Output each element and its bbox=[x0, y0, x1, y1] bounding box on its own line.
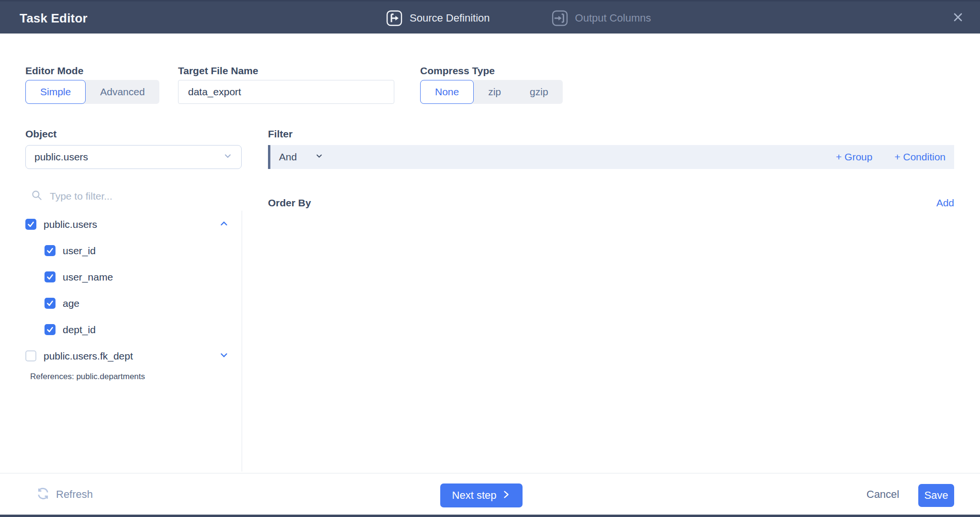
add-group-button[interactable]: + Group bbox=[836, 151, 872, 163]
target-file-name-label: Target File Name bbox=[178, 65, 258, 77]
compress-type-toggle: None zip gzip bbox=[420, 80, 563, 104]
target-file-name-value: data_export bbox=[188, 86, 241, 98]
panel-divider bbox=[242, 211, 242, 472]
tree-item-label: user_id bbox=[63, 245, 96, 257]
tab-output-columns[interactable]: Output Columns bbox=[551, 10, 651, 27]
reference-note: References: public.departments bbox=[25, 369, 236, 382]
tree-row[interactable]: user_name bbox=[25, 264, 236, 290]
header-tabs: Source Definition Output Columns bbox=[386, 1, 651, 35]
editor-mode-simple[interactable]: Simple bbox=[25, 80, 86, 104]
footer-bar: Refresh Next step Cancel Save bbox=[0, 473, 980, 515]
filter-bar: And + Group + Condition bbox=[268, 145, 954, 169]
chevron-down-icon bbox=[223, 151, 233, 163]
chevron-up-icon[interactable] bbox=[219, 218, 229, 231]
refresh-icon bbox=[36, 486, 50, 503]
tree-item-label: user_name bbox=[63, 271, 113, 283]
tree-row[interactable]: dept_id bbox=[25, 316, 236, 343]
refresh-button[interactable]: Refresh bbox=[36, 473, 93, 515]
chevron-down-icon[interactable] bbox=[219, 350, 229, 362]
compress-type-gzip[interactable]: gzip bbox=[515, 80, 563, 104]
tree-filter-input[interactable]: Type to filter... bbox=[31, 189, 112, 203]
add-condition-button[interactable]: + Condition bbox=[894, 151, 946, 163]
tree-item-label: public.users bbox=[44, 219, 97, 230]
tree-row[interactable]: user_id bbox=[25, 237, 236, 264]
refresh-label: Refresh bbox=[56, 488, 93, 501]
output-columns-icon bbox=[551, 10, 568, 27]
compress-type-label: Compress Type bbox=[420, 65, 495, 77]
close-icon bbox=[952, 11, 964, 25]
checkbox-checked-icon[interactable] bbox=[45, 271, 56, 282]
object-select-value: public.users bbox=[34, 151, 88, 163]
object-tree: public.usersuser_iduser_nameagedept_idpu… bbox=[25, 211, 236, 382]
order-by-label: Order By bbox=[268, 197, 311, 209]
window-bottom-edge bbox=[0, 515, 980, 517]
next-step-button[interactable]: Next step bbox=[440, 483, 523, 507]
object-label: Object bbox=[25, 128, 56, 140]
tree-filter-placeholder: Type to filter... bbox=[50, 191, 112, 202]
checkbox-checked-icon[interactable] bbox=[25, 219, 36, 230]
header-bar: Task Editor Source Definition bbox=[0, 0, 980, 34]
checkbox-checked-icon[interactable] bbox=[45, 324, 56, 335]
order-by-add-button[interactable]: Add bbox=[927, 197, 954, 209]
chevron-right-icon bbox=[502, 489, 511, 502]
compress-type-none[interactable]: None bbox=[420, 80, 474, 104]
filter-label: Filter bbox=[268, 128, 292, 140]
page-title: Task Editor bbox=[20, 1, 88, 35]
filter-operator-select[interactable]: And bbox=[279, 151, 323, 163]
filter-operator-value: And bbox=[279, 151, 297, 163]
target-file-name-input[interactable]: data_export bbox=[178, 80, 394, 104]
chevron-down-icon bbox=[315, 151, 323, 163]
editor-mode-toggle: Simple Advanced bbox=[25, 80, 159, 104]
tree-item-label: public.users.fk_dept bbox=[44, 350, 133, 362]
task-editor-dialog: Task Editor Source Definition bbox=[0, 0, 980, 517]
cancel-button[interactable]: Cancel bbox=[857, 473, 909, 515]
filter-actions: + Group + Condition bbox=[836, 151, 946, 163]
search-icon bbox=[31, 189, 43, 203]
checkbox-checked-icon[interactable] bbox=[45, 245, 56, 256]
editor-mode-label: Editor Mode bbox=[25, 65, 83, 77]
tab-label: Source Definition bbox=[410, 12, 490, 24]
tree-row[interactable]: age bbox=[25, 290, 236, 316]
tree-item-label: age bbox=[63, 298, 79, 309]
tree-item-label: dept_id bbox=[63, 324, 96, 336]
object-select[interactable]: public.users bbox=[25, 145, 242, 169]
source-definition-icon bbox=[386, 10, 403, 27]
checkbox-checked-icon[interactable] bbox=[45, 298, 56, 309]
tab-label: Output Columns bbox=[575, 12, 651, 24]
editor-mode-advanced[interactable]: Advanced bbox=[86, 80, 159, 104]
close-button[interactable] bbox=[947, 1, 969, 35]
tree-row[interactable]: public.users.fk_dept bbox=[25, 343, 236, 369]
tree-row[interactable]: public.users bbox=[25, 211, 236, 237]
tab-source-definition[interactable]: Source Definition bbox=[386, 10, 490, 27]
compress-type-zip[interactable]: zip bbox=[474, 80, 515, 104]
next-step-label: Next step bbox=[452, 489, 497, 502]
save-button[interactable]: Save bbox=[918, 484, 954, 507]
checkbox-unchecked-icon[interactable] bbox=[25, 350, 36, 361]
